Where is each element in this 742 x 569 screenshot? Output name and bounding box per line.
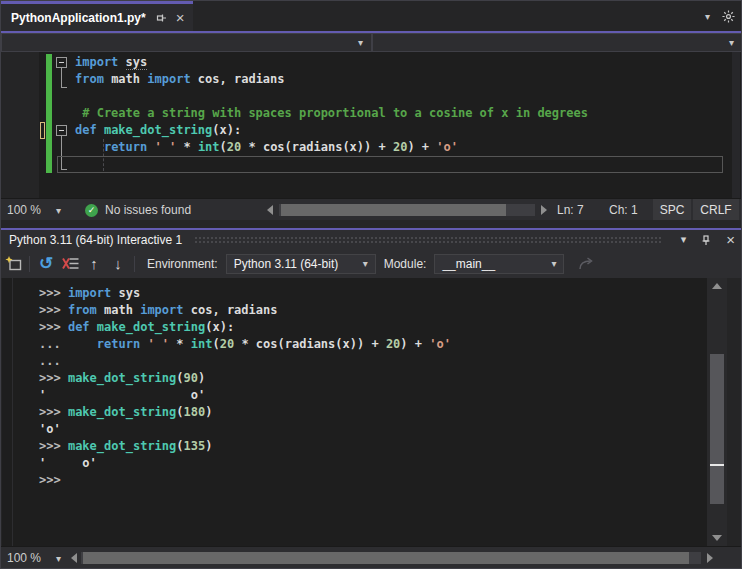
- scroll-down-arrow[interactable]: [707, 531, 727, 545]
- code-line: ' o': [39, 455, 451, 472]
- code-line: >>> make_dot_string(180): [39, 404, 451, 421]
- code-line: [75, 88, 588, 105]
- chevron-down-icon: ▾: [729, 37, 734, 48]
- window-menu-chevron-icon[interactable]: ▾: [681, 233, 687, 246]
- environment-settings-icon[interactable]: [1, 253, 25, 275]
- reset-repl-icon[interactable]: ↺: [34, 253, 58, 275]
- close-icon[interactable]: ×: [176, 11, 185, 25]
- send-to-interactive-icon[interactable]: [574, 253, 598, 275]
- scrollbar-thumb[interactable]: [710, 354, 724, 504]
- interactive-code-lines: >>> import sys>>> from math import cos, …: [39, 285, 451, 489]
- code-line: >>> make_dot_string(135): [39, 438, 451, 455]
- zoom-level-select[interactable]: 100 % ▾: [1, 199, 67, 221]
- toolbar-separator: [134, 256, 135, 272]
- pane-splitter[interactable]: [1, 220, 742, 228]
- scroll-left-arrow[interactable]: [263, 199, 277, 221]
- scroll-right-arrow[interactable]: [537, 199, 551, 221]
- check-icon: ✓: [85, 204, 98, 217]
- clear-screen-icon[interactable]: [58, 253, 82, 275]
- environment-label: Environment:: [147, 257, 218, 271]
- code-line: def make_dot_string(x):: [75, 122, 588, 139]
- zoom-level-select[interactable]: 100 % ▾: [1, 547, 67, 569]
- scroll-up-arrow[interactable]: [707, 279, 727, 293]
- environment-dropdown[interactable]: Python 3.11 (64-bit) ▾: [226, 254, 376, 274]
- toolbar-separator: [29, 256, 30, 272]
- indicator-margin: [1, 52, 39, 198]
- document-tab-bar: PythonApplication1.py* × ▾: [1, 1, 742, 31]
- editor-horizontal-scrollbar[interactable]: [279, 204, 535, 216]
- spaces-indicator[interactable]: SPC: [653, 199, 691, 221]
- code-line: 'o': [39, 421, 451, 438]
- scrollbar-thumb[interactable]: [281, 204, 506, 216]
- fold-toggle-icon[interactable]: [56, 125, 67, 136]
- issues-indicator[interactable]: ✓ No issues found: [85, 199, 191, 221]
- navigation-bar: ▾ ▾: [1, 33, 742, 52]
- module-dropdown[interactable]: __main__ ▾: [434, 254, 564, 274]
- history-previous-icon[interactable]: ↑: [82, 253, 106, 275]
- chevron-down-icon[interactable]: ▾: [705, 11, 710, 22]
- nav-member-dropdown[interactable]: ▾: [372, 33, 742, 52]
- editor-scrollbar-strip[interactable]: [732, 52, 740, 198]
- fold-region-line: [61, 68, 67, 88]
- scrollbar-thumb[interactable]: [83, 552, 689, 564]
- code-line: # Create a string with spaces proportion…: [75, 105, 588, 122]
- module-value: __main__: [442, 257, 495, 271]
- line-ending-indicator[interactable]: CRLF: [693, 199, 739, 221]
- interactive-horizontal-scrollbar[interactable]: [81, 552, 701, 564]
- tab-bar-controls: ▾: [705, 1, 735, 31]
- code-line: ... return ' ' * int(20 * cos(radians(x)…: [39, 336, 451, 353]
- editor-status-bar: 100 % ▾ ✓ No issues found Ln: 7 Ch: 1 SP…: [1, 198, 742, 220]
- module-label: Module:: [384, 257, 427, 271]
- interactive-status-bar: 100 % ▾: [1, 546, 742, 568]
- title-grip-dots[interactable]: [194, 236, 663, 243]
- environment-value: Python 3.11 (64-bit): [234, 257, 339, 271]
- code-line: return ' ' * int(20 * cos(radians(x)) + …: [75, 139, 588, 156]
- code-line: >>> import sys: [39, 285, 451, 302]
- close-icon[interactable]: ×: [726, 233, 735, 246]
- code-line: >>> def make_dot_string(x):: [39, 319, 451, 336]
- document-tab-title: PythonApplication1.py*: [11, 11, 146, 25]
- current-line-highlight: [57, 156, 723, 173]
- vs-window: PythonApplication1.py* × ▾: [0, 0, 742, 569]
- line-indicator: Ln: 7: [557, 199, 584, 221]
- nav-project-dropdown[interactable]: ▾: [1, 33, 372, 52]
- interactive-toolbar: ↺ ↑ ↓ Environment: Python 3.11 (64-bit) …: [1, 249, 742, 278]
- chevron-down-icon: ▾: [56, 553, 61, 564]
- chevron-down-icon: ▾: [353, 258, 368, 269]
- code-line: from math import cos, radians: [75, 71, 588, 88]
- interactive-window: Python 3.11 (64-bit) Interactive 1 ▾ ×: [1, 228, 742, 569]
- zoom-level-value: 100 %: [7, 551, 41, 565]
- chevron-down-icon: ▾: [358, 37, 363, 48]
- document-tab[interactable]: PythonApplication1.py* ×: [1, 1, 193, 31]
- fold-toggle-icon[interactable]: [56, 57, 67, 68]
- interactive-vertical-scrollbar[interactable]: [707, 278, 727, 546]
- gear-icon[interactable]: [722, 10, 735, 23]
- change-tracking-mark: [40, 122, 45, 139]
- chevron-down-icon: ▾: [541, 258, 556, 269]
- interactive-title-bar[interactable]: Python 3.11 (64-bit) Interactive 1 ▾ ×: [1, 230, 742, 249]
- code-line: ...: [39, 353, 451, 370]
- code-line: ' o': [39, 387, 451, 404]
- code-line: >>> make_dot_string(90): [39, 370, 451, 387]
- code-line: import sys: [75, 54, 588, 71]
- history-next-icon[interactable]: ↓: [106, 253, 130, 275]
- column-indicator: Ch: 1: [609, 199, 638, 221]
- pin-icon[interactable]: [155, 12, 167, 24]
- zoom-level-value: 100 %: [7, 203, 41, 217]
- scrollbar-caret-mark: [710, 464, 724, 466]
- interactive-output[interactable]: >>> import sys>>> from math import cos, …: [2, 278, 707, 546]
- scroll-right-arrow[interactable]: [703, 547, 717, 569]
- pin-icon[interactable]: [700, 234, 712, 246]
- code-line: >>> from math import cos, radians: [39, 302, 451, 319]
- interactive-title: Python 3.11 (64-bit) Interactive 1: [9, 233, 182, 247]
- scroll-left-arrow[interactable]: [67, 547, 81, 569]
- chevron-down-icon: ▾: [56, 205, 61, 216]
- issues-text: No issues found: [105, 203, 191, 217]
- change-tracking-bar: [46, 54, 52, 173]
- code-line: >>>: [39, 472, 451, 489]
- code-editor[interactable]: import sysfrom math import cos, radians …: [1, 52, 742, 198]
